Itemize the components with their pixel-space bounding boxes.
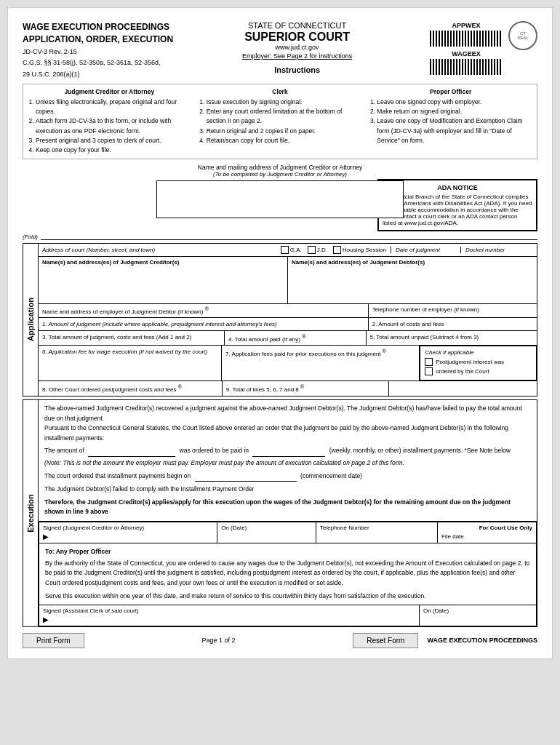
ga-checkbox[interactable] [281,246,289,254]
usc: 29 U.S.C. 206(a)(1) [23,70,194,80]
debtor-names-label: Name(s) and address(es) of Judgment Debt… [292,259,425,266]
failed-text: The Judgment Debtor(s) failed to comply … [44,485,255,493]
for-court-cell: For Court Use Only File date [438,522,536,543]
amounts-row-6-7: 6. Application fee for wage execution (I… [39,346,537,381]
therefore-text: Therefore, the Judgment Creditor(s) appl… [44,498,511,516]
file-date-label: File date [441,533,532,540]
postjudgment-checkbox-2[interactable] [425,367,433,375]
housing-checkbox-item[interactable]: Housing Session [333,246,386,254]
on-date-cell: On (Date) [217,522,316,543]
execution-section: Execution The above-named Judgment Credi… [23,399,537,627]
amounts-row-8-9: 8. Other Court ordered postjudgment cost… [39,381,537,396]
creditor-names-cell: Name(s) and address(es) of Judgment Cred… [39,257,288,303]
appwex-barcode [430,31,503,47]
main-title-line2: APPLICATION, ORDER, EXECUTION [23,33,194,46]
employer-name-cell: Name and address of employer of Judgment… [39,304,369,317]
amount4-label: 4. Total amount paid (If any) [228,335,300,342]
weekly-text: (weekly, monthly, or other) installment … [329,447,511,454]
ada-title: ADA NOTICE [383,184,532,191]
amount1-cell: 1. Amount of judgment (Include where app… [39,318,369,330]
postjudgment-checkbox-1[interactable] [425,358,433,366]
signed-cell: Signed (Judgment Creditor or Attorney) ▶ [39,522,217,543]
officer-serve: Serve this execution within one year of … [45,591,530,601]
website-label: www.jud.ct.gov [194,44,400,51]
officer-instructions: Proper Officer Leave one signed copy wit… [368,88,533,155]
begin-text: The court ordered that installment payme… [44,472,191,479]
commence-field[interactable] [195,471,297,482]
postjudgment-text-1: Postjudgment interest was [436,359,504,365]
ada-text: The Judicial Branch of the State of Conn… [383,194,532,226]
on-date-label: On (Date) [221,525,312,531]
application-form-body: Address of court (Number, street, and to… [39,243,537,397]
bottom-on-date-cell: On (Date) [420,605,536,626]
ordered-text: was ordered to be paid in [180,447,249,454]
amount8-label: 8. Other Court ordered postjudgment cost… [42,386,177,393]
appwex-block: APPWEX [430,21,503,47]
wageex-label: WAGEEX [452,50,481,57]
form-id: JD-CV-3 Rev. 2-15 [23,47,194,57]
amount-field[interactable] [88,446,175,457]
employer-note: Employer: See Page 2 for instructions [194,52,400,60]
address-input-box[interactable] [156,180,404,218]
court-type-checkboxes: G.A. J.D. Housing Session [281,246,386,254]
jd-checkbox-item[interactable]: J.D. [308,246,327,254]
employer-phone-cell: Telephone number of employer (if known) [369,304,537,317]
reset-button[interactable]: Reset Form [353,633,418,648]
header: WAGE EXECUTION PROCEEDINGS APPLICATION, … [23,21,537,79]
fold-label: (Fold) [23,234,38,240]
main-title-line1: WAGE EXECUTION PROCEEDINGS [23,21,194,33]
officer-item-3: Leave one copy of Modification and Exemp… [377,116,533,146]
page-number: Page 1 of 2 [201,637,235,644]
signed-arrow: ▶ [43,533,213,541]
execution-label: Execution [23,399,39,627]
print-button[interactable]: Print Form [23,633,84,648]
officer-list: Leave one signed copy with employer. Mak… [368,97,533,146]
telephone-cell: Telephone Number [316,522,438,543]
names-row: Name(s) and address(es) of Judgment Cred… [39,257,537,304]
wageex-block: WAGEEX [430,49,503,75]
page: WAGE EXECUTION PROCEEDINGS APPLICATION, … [7,7,553,659]
header-center: STATE OF CONNECTICUT SUPERIOR COURT www.… [194,21,400,77]
therefore-line: Therefore, the Judgment Creditor(s) appl… [44,498,531,517]
postjudgment-text-2: ordered by the Court [436,368,489,375]
instructions-grid: Judgment Creditor or Attorney Unless fil… [23,84,537,159]
application-label: Application [23,243,39,397]
note-text: (Note: This is not the amount the employ… [44,458,531,469]
postjudgment-cell: Check if applicable Postjudgment interes… [420,346,537,381]
officer-title: To: Any Proper Officer [45,547,530,557]
bottom-signed-cell: Signed (Assistant Clerk of said court) ▶ [39,605,420,626]
creditor-title: Judgment Creditor or Attorney [27,88,192,95]
appwex-label: APPWEX [452,22,480,29]
amount3-label: 3. Total amount of judgment, costs and f… [42,334,191,340]
order-para1: The above-named Judgment Creditor(s) rec… [44,404,531,423]
employer-row: Name and address of employer of Judgment… [39,304,537,318]
failed-line: The Judgment Debtor(s) failed to comply … [44,485,531,495]
ga-checkbox-item[interactable]: G.A. [281,246,302,254]
amount9-spacer [389,381,537,396]
amount1-label: 1. Amount of judgment (Include where app… [42,321,277,327]
postjudgment-item-2[interactable]: ordered by the Court [425,367,532,375]
docket-number-label: Docket number [465,247,505,253]
header-right: APPWEX WAGEEX CTSEAL [400,21,537,78]
clerk-list: Issue execution by signing original. Ent… [198,97,363,146]
statutes: C.G.S. §§ 31-58(j), 52-350a, 52-361a, 52… [23,58,194,68]
housing-checkbox[interactable] [333,246,341,254]
fold-row: (Fold) [23,234,537,240]
telephone-label: Telephone Number [320,525,433,531]
employer-phone-label: Telephone number of employer (if known) [372,306,479,313]
postjudgment-item-1[interactable]: Postjudgment interest was [425,358,532,366]
court-addr-label: Address of court (Number, street, and to… [42,247,276,253]
clerk-instructions: Clerk Issue execution by signing origina… [198,88,363,155]
header-left: WAGE EXECUTION PROCEEDINGS APPLICATION, … [23,21,194,79]
jd-label: J.D. [317,247,327,253]
amounts-row-3-5: 3. Total amount of judgment, costs and f… [39,331,537,346]
jd-checkbox[interactable] [308,246,316,254]
page-footer: Print Form Page 1 of 2 Reset Form WAGE E… [23,633,537,648]
payment-field[interactable] [252,446,325,457]
instructions-title: Instructions [194,65,400,74]
bottom-signed-row: Signed (Assistant Clerk of said court) ▶… [39,605,537,626]
amount7-cell: 7. Application fees paid for prior execu… [222,346,420,381]
creditor-item-3: Present original and 3 copies to clerk o… [36,136,192,146]
housing-session-label: Housing Session [343,247,386,253]
bottom-signed-label: Signed (Assistant Clerk of said court) [43,607,415,614]
